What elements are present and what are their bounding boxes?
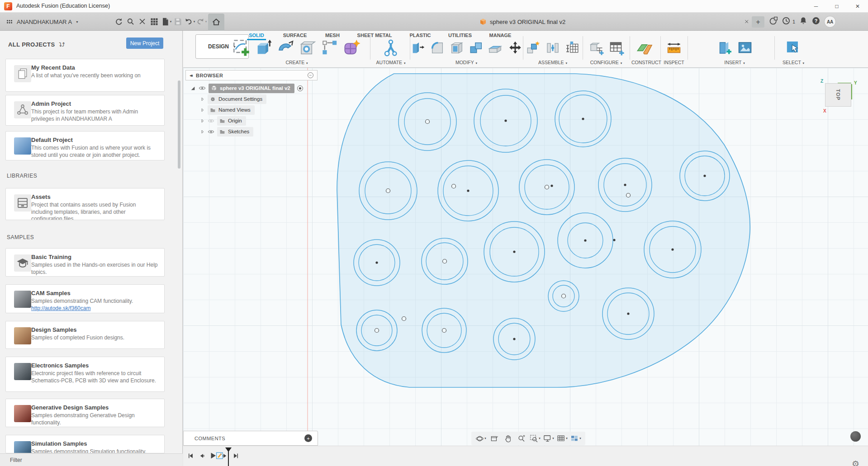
pattern-button[interactable]: [321, 39, 339, 59]
group-label-modify[interactable]: MODIFY ▾: [412, 60, 521, 65]
select-button[interactable]: [786, 40, 801, 57]
sketch-point[interactable]: [550, 184, 553, 187]
browser-panel-header[interactable]: ◂◂ BROWSER −: [185, 70, 318, 80]
configuration-button[interactable]: [588, 40, 604, 58]
sketch-point[interactable]: [452, 184, 456, 188]
sketch-drawing[interactable]: [183, 68, 868, 446]
browser-node-origin[interactable]: Origin: [200, 116, 246, 126]
grid-settings-button[interactable]: ▾: [555, 433, 569, 444]
ribbon-tab-plastic[interactable]: PLASTIC: [408, 32, 432, 39]
construct-plane-button[interactable]: [636, 39, 654, 58]
step-back-button[interactable]: [197, 451, 206, 460]
arrow-right-icon[interactable]: [200, 108, 205, 113]
minimize-browser-icon[interactable]: −: [308, 72, 313, 78]
automated-modeling-button[interactable]: [382, 39, 400, 59]
timeline-slider-handle[interactable]: [225, 447, 232, 452]
arrow-right-icon[interactable]: [200, 118, 205, 123]
zoom-button[interactable]: [515, 433, 528, 444]
ribbon-tab-manage[interactable]: MANAGE: [488, 32, 513, 39]
extrude-button[interactable]: [255, 39, 273, 59]
eye-icon[interactable]: [208, 128, 214, 135]
project-card-simulation-samples[interactable]: Simulation SamplesSamples demonstrating …: [5, 435, 165, 453]
eye-icon[interactable]: [208, 118, 214, 124]
help-button[interactable]: ?: [811, 16, 821, 27]
all-projects-dropdown[interactable]: ALL PROJECTS ⤵⤴: [8, 41, 65, 48]
comments-expand-icon[interactable]: +: [304, 434, 312, 442]
look-at-button[interactable]: [488, 433, 501, 444]
new-file-button[interactable]: ▾: [160, 13, 172, 31]
home-button[interactable]: [207, 13, 225, 31]
project-card-generative-design-samples[interactable]: Generative Design SamplesSamples demonst…: [5, 399, 165, 427]
browser-node-document-settings[interactable]: Document Settings: [200, 94, 266, 104]
tri-open-icon[interactable]: [190, 85, 196, 91]
eye-icon[interactable]: [199, 85, 206, 92]
ribbon-tab-mesh[interactable]: MESH: [323, 32, 342, 39]
group-label-insert[interactable]: INSERT ▾: [697, 60, 773, 65]
new-tab-button[interactable]: +: [752, 16, 764, 28]
project-card-design-samples[interactable]: Design SamplesSamples of completed Fusio…: [5, 321, 165, 349]
collapse-panel-icon[interactable]: ◂◂: [190, 73, 191, 78]
status-indicator-icon[interactable]: [850, 431, 861, 442]
group-label-select[interactable]: SELECT ▾: [776, 60, 811, 65]
avatar[interactable]: AA: [824, 16, 836, 28]
project-card-default-project[interactable]: Default ProjectThis comes with Fusion an…: [5, 131, 165, 160]
sketch-point[interactable]: [626, 193, 631, 198]
view-cube-face[interactable]: TOP: [825, 83, 851, 107]
timeline-settings-gear-icon[interactable]: ⚙: [852, 459, 859, 466]
save-button[interactable]: [172, 13, 184, 31]
viewports-button[interactable]: ▾: [569, 433, 583, 444]
extensions-button[interactable]: [769, 16, 778, 27]
project-card-admin-project[interactable]: Admin ProjectThis project is for team me…: [5, 95, 165, 126]
search-button[interactable]: [125, 13, 137, 31]
filter-label[interactable]: Filter: [10, 457, 22, 463]
browser-root-label[interactable]: sphere v3 ORIGINAL final v2: [209, 84, 294, 93]
ribbon-tab-solid[interactable]: SOLID: [247, 32, 266, 39]
document-tab[interactable]: sphere v3 ORIGINAL final v2: [479, 13, 565, 31]
sketch-feature-icon[interactable]: [216, 452, 224, 460]
app-grid-button[interactable]: [148, 13, 160, 31]
shell-button[interactable]: [449, 40, 465, 57]
ribbon-tab-sheet-metal[interactable]: SHEET METAL: [356, 32, 394, 39]
move-copy-button[interactable]: [508, 40, 523, 57]
split-body-button[interactable]: [488, 40, 503, 57]
browser-node-sketches[interactable]: Sketches: [200, 127, 253, 137]
sketch-point[interactable]: [613, 239, 615, 241]
bom-table-button[interactable]: [564, 40, 580, 57]
view-cube[interactable]: TOP Z Y X: [820, 78, 868, 118]
minimize-button[interactable]: ─: [806, 0, 826, 13]
browser-node-named-views[interactable]: Named Views: [200, 105, 255, 115]
undo-button[interactable]: ▾: [184, 13, 195, 31]
redo-button[interactable]: ▾: [195, 13, 207, 31]
project-card-basic-training[interactable]: Basic TrainingSamples used in the Hands-…: [5, 248, 165, 277]
fillet-button[interactable]: [430, 40, 445, 57]
group-label-automate[interactable]: AUTOMATE ▾: [374, 60, 408, 65]
joint-button[interactable]: [545, 40, 560, 57]
group-label-assemble[interactable]: ASSEMBLE ▾: [525, 60, 581, 65]
go-to-start-button[interactable]: [186, 451, 195, 460]
ribbon-tab-utilities[interactable]: UTILITIES: [446, 32, 474, 39]
sketch-point[interactable]: [402, 317, 406, 321]
sketch-outline[interactable]: [337, 74, 750, 387]
measure-button[interactable]: [666, 40, 682, 58]
display-settings-button[interactable]: ▾: [542, 433, 555, 444]
account-dropdown[interactable]: ANANDHAKUMAR A ▼: [5, 13, 79, 31]
revolve-button[interactable]: [277, 39, 295, 59]
maximize-button[interactable]: □: [826, 0, 847, 13]
browser-root-node[interactable]: sphere v3 ORIGINAL final v2: [190, 83, 303, 93]
insert-derive-button[interactable]: [716, 40, 733, 58]
close-window-button[interactable]: ✕: [847, 0, 868, 13]
create-form-button[interactable]: [343, 39, 361, 59]
orbit-button[interactable]: ▾: [474, 433, 488, 444]
pan-button[interactable]: [501, 433, 515, 444]
comments-bar[interactable]: COMMENTS +: [183, 431, 318, 446]
project-card-assets[interactable]: AssetsProject that contains assets used …: [5, 188, 165, 220]
configuration-table-button[interactable]: [608, 40, 625, 58]
create-sketch-button[interactable]: [232, 39, 251, 59]
card-link[interactable]: http://autode.sk/f360cam: [31, 305, 158, 312]
close-tab-button[interactable]: [742, 17, 752, 27]
project-card-electronics-samples[interactable]: Electronics SamplesElectronic project fi…: [5, 357, 165, 392]
group-label-configure[interactable]: CONFIGURE ▾: [584, 60, 628, 65]
activate-component-radio[interactable]: [297, 85, 303, 91]
close-button[interactable]: [137, 13, 148, 31]
refresh-button[interactable]: [113, 13, 125, 31]
